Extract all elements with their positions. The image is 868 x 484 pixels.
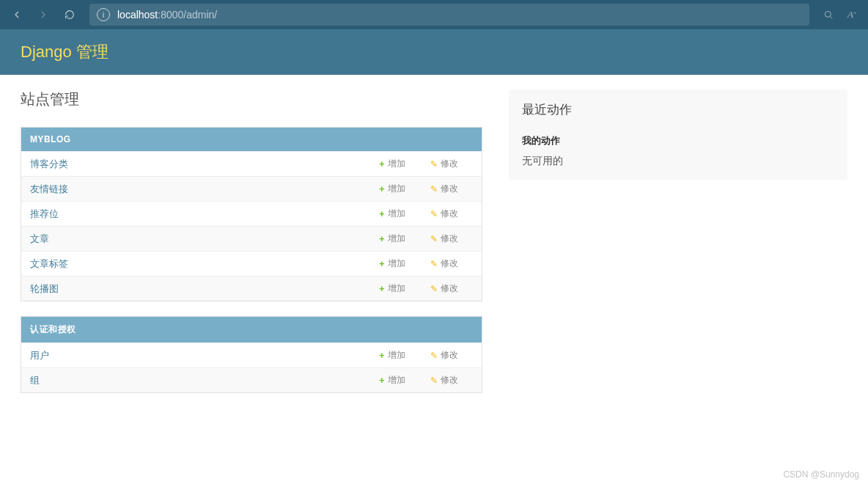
change-link[interactable]: 修改 (441, 257, 458, 270)
change-action[interactable]: ✎修改 (430, 257, 482, 270)
plus-icon: + (379, 233, 385, 244)
plus-icon: + (379, 283, 385, 294)
module: 认证和授权用户+增加✎修改组+增加✎修改 (21, 316, 482, 393)
model-name-cell: 友情链接 (21, 183, 379, 196)
table-row: 博客分类+增加✎修改 (21, 151, 482, 176)
pencil-icon: ✎ (430, 234, 438, 244)
site-title[interactable]: Django 管理 (21, 41, 847, 63)
plus-icon: + (379, 183, 385, 194)
add-link[interactable]: 增加 (388, 349, 405, 362)
change-action[interactable]: ✎修改 (430, 349, 482, 362)
browser-toolbar: i localhost:8000/admin/ A» (0, 0, 868, 29)
model-link[interactable]: 组 (30, 375, 40, 386)
change-action[interactable]: ✎修改 (430, 208, 482, 220)
page-title: 站点管理 (21, 89, 482, 109)
model-link[interactable]: 轮播图 (30, 283, 59, 294)
model-name-cell: 文章标签 (21, 257, 379, 271)
add-action[interactable]: +增加 (379, 158, 430, 170)
model-name-cell: 推荐位 (21, 208, 379, 221)
django-header: Django 管理 (0, 29, 868, 75)
recent-actions-title: 最近动作 (522, 101, 834, 118)
model-name-cell: 博客分类 (21, 158, 379, 171)
recent-actions-panel: 最近动作 我的动作 无可用的 (509, 89, 847, 180)
add-link[interactable]: 增加 (388, 282, 405, 295)
model-name-cell: 轮播图 (21, 282, 379, 296)
module-header[interactable]: 认证和授权 (21, 317, 482, 342)
plus-icon: + (379, 258, 385, 269)
module-header-link[interactable]: MYBLOG (30, 134, 71, 144)
change-action[interactable]: ✎修改 (430, 232, 482, 245)
plus-icon: + (379, 158, 385, 169)
change-action[interactable]: ✎修改 (430, 282, 482, 295)
model-link[interactable]: 推荐位 (30, 208, 59, 219)
plus-icon: + (379, 350, 385, 361)
change-link[interactable]: 修改 (441, 349, 458, 362)
add-action[interactable]: +增加 (379, 232, 430, 245)
add-link[interactable]: 增加 (388, 183, 405, 195)
add-action[interactable]: +增加 (379, 208, 430, 220)
add-link[interactable]: 增加 (388, 374, 405, 386)
add-link[interactable]: 增加 (388, 257, 405, 270)
add-action[interactable]: +增加 (379, 349, 430, 362)
pencil-icon: ✎ (430, 259, 438, 269)
change-link[interactable]: 修改 (441, 232, 458, 245)
search-button[interactable] (818, 4, 839, 25)
add-action[interactable]: +增加 (379, 374, 430, 386)
table-row: 用户+增加✎修改 (21, 342, 482, 367)
forward-button[interactable] (32, 4, 54, 26)
change-link[interactable]: 修改 (441, 282, 458, 295)
change-link[interactable]: 修改 (441, 208, 458, 220)
pencil-icon: ✎ (430, 159, 438, 169)
table-row: 推荐位+增加✎修改 (21, 201, 482, 226)
module: MYBLOG博客分类+增加✎修改友情链接+增加✎修改推荐位+增加✎修改文章+增加… (21, 127, 482, 301)
table-row: 组+增加✎修改 (21, 367, 482, 392)
add-link[interactable]: 增加 (388, 158, 405, 170)
model-link[interactable]: 用户 (30, 350, 49, 361)
table-row: 轮播图+增加✎修改 (21, 276, 482, 301)
pencil-icon: ✎ (430, 284, 438, 294)
plus-icon: + (379, 375, 385, 386)
model-link[interactable]: 友情链接 (30, 183, 68, 194)
add-action[interactable]: +增加 (379, 183, 430, 195)
model-link[interactable]: 文章 (30, 233, 49, 244)
change-link[interactable]: 修改 (441, 374, 458, 386)
refresh-button[interactable] (59, 4, 81, 26)
change-link[interactable]: 修改 (441, 158, 458, 170)
change-action[interactable]: ✎修改 (430, 158, 482, 170)
change-action[interactable]: ✎修改 (430, 374, 482, 386)
refresh-icon (64, 9, 76, 21)
module-header[interactable]: MYBLOG (21, 128, 482, 151)
add-link[interactable]: 增加 (388, 208, 405, 220)
recent-actions-empty: 无可用的 (522, 155, 834, 168)
url-text: localhost:8000/admin/ (117, 9, 217, 21)
model-name-cell: 文章 (21, 232, 379, 246)
read-aloud-button[interactable]: A» (842, 4, 862, 25)
info-icon: i (97, 8, 110, 21)
model-link[interactable]: 博客分类 (30, 158, 68, 169)
pencil-icon: ✎ (430, 184, 438, 194)
change-action[interactable]: ✎修改 (430, 183, 482, 195)
add-link[interactable]: 增加 (388, 232, 405, 245)
pencil-icon: ✎ (430, 375, 438, 386)
arrow-left-icon (11, 9, 23, 21)
arrow-right-icon (37, 9, 49, 21)
table-row: 文章标签+增加✎修改 (21, 251, 482, 276)
my-actions-subtitle: 我的动作 (522, 134, 834, 147)
back-button[interactable] (6, 4, 28, 26)
table-row: 文章+增加✎修改 (21, 226, 482, 251)
pencil-icon: ✎ (430, 209, 438, 219)
model-name-cell: 用户 (21, 349, 379, 362)
change-link[interactable]: 修改 (441, 183, 458, 195)
model-name-cell: 组 (21, 374, 379, 387)
add-action[interactable]: +增加 (379, 282, 430, 295)
svg-point-0 (825, 11, 831, 17)
add-action[interactable]: +增加 (379, 257, 430, 270)
main-column: 站点管理 MYBLOG博客分类+增加✎修改友情链接+增加✎修改推荐位+增加✎修改… (21, 89, 482, 393)
address-bar[interactable]: i localhost:8000/admin/ (89, 4, 809, 26)
module-header-link[interactable]: 认证和授权 (30, 324, 76, 334)
model-link[interactable]: 文章标签 (30, 258, 68, 269)
search-icon (823, 9, 834, 21)
text-size-icon: A» (847, 9, 856, 21)
plus-icon: + (379, 208, 385, 219)
pencil-icon: ✎ (430, 351, 438, 361)
